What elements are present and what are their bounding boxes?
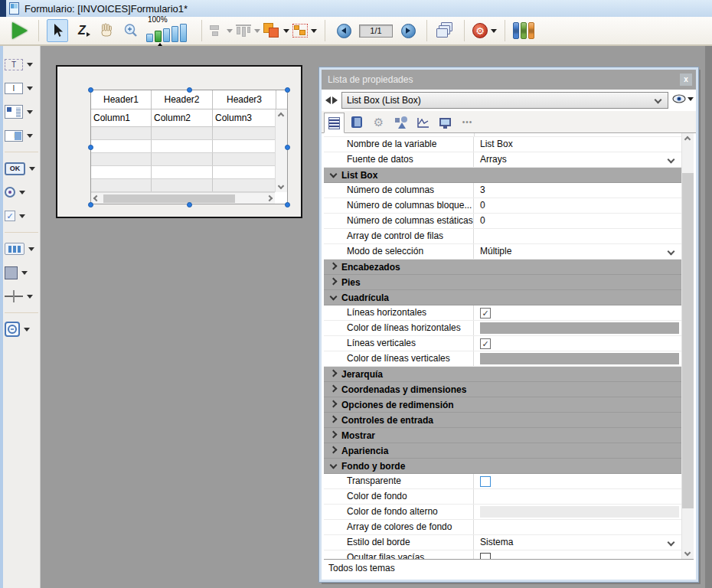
property-row-lineas-horizontales[interactable]: Líneas horizontales✓ <box>324 305 681 321</box>
selection-handle-sw[interactable] <box>88 202 93 207</box>
listbox-cell[interactable]: Column2 <box>152 109 213 126</box>
property-value[interactable]: 3 <box>474 183 681 198</box>
property-row-modo-de-seleccion[interactable]: Modo de selecciónMúltiple <box>324 244 681 260</box>
property-row-array-de-colores-de-fondo[interactable]: Array de colores de fondo <box>324 520 681 535</box>
property-row-color-de-lineas-horizontales[interactable]: Color de líneas horizontales <box>324 321 681 336</box>
property-value[interactable]: ✓ <box>474 305 681 320</box>
property-row-transparente[interactable]: Transparente <box>324 474 681 489</box>
property-row-numero-de-columnas[interactable]: Número de columnas3 <box>324 183 681 198</box>
property-value[interactable]: 0 <box>474 214 681 228</box>
property-value[interactable] <box>474 321 681 335</box>
combo-box-tool[interactable]: I <box>5 126 38 145</box>
chevron-down-icon[interactable] <box>668 248 675 256</box>
section-coordenadas-y-dimensiones[interactable]: Coordenadas y dimensiones <box>324 382 681 397</box>
explorer-books-button[interactable] <box>513 19 534 42</box>
property-row-array-de-control-de-filas[interactable]: Array de control de filas <box>324 229 681 244</box>
execute-form-button[interactable] <box>9 19 31 42</box>
color-swatch[interactable] <box>480 506 679 518</box>
previous-page-button[interactable] <box>333 19 354 42</box>
property-row-color-de-fondo-alterno[interactable]: Color de fondo alterno <box>324 505 681 520</box>
property-row-color-de-fondo[interactable]: Color de fondo <box>324 489 681 505</box>
property-value[interactable]: List Box <box>474 137 681 152</box>
form-canvas[interactable]: Header1Header2Header3 Column1Column2Colu… <box>56 65 302 218</box>
tab-display[interactable] <box>435 112 456 132</box>
static-text-tool[interactable]: T <box>5 55 38 74</box>
property-row-numero-de-columnas-estaticas[interactable]: Número de columnas estáticas0 <box>324 214 681 229</box>
property-value[interactable]: Múltiple <box>474 244 681 259</box>
scroll-right-icon[interactable] <box>266 195 273 201</box>
zoom-bar-3[interactable] <box>163 28 170 42</box>
checkbox[interactable] <box>480 476 491 487</box>
hand-tool-button[interactable] <box>96 19 117 42</box>
scroll-down-icon[interactable] <box>278 183 284 189</box>
button-tool[interactable]: OK <box>5 159 38 178</box>
property-value[interactable] <box>474 550 681 559</box>
scroll-up-icon[interactable] <box>278 113 284 119</box>
tab-objects[interactable] <box>390 112 411 132</box>
scroll-down-icon[interactable] <box>684 550 691 556</box>
listbox-vertical-scrollbar[interactable] <box>275 109 287 192</box>
next-object-icon[interactable] <box>332 96 338 104</box>
property-row-estilo-del-borde[interactable]: Estilo del bordeSistema <box>324 535 681 550</box>
listbox-cell[interactable]: Column3 <box>213 109 276 126</box>
scroll-up-icon[interactable] <box>684 136 691 142</box>
zoom-bar-1[interactable] <box>146 34 153 42</box>
selection-handle-ne[interactable] <box>285 87 290 93</box>
chevron-down-icon[interactable] <box>21 271 28 275</box>
plugin-area-tool[interactable] <box>5 320 38 338</box>
magnify-tool-button[interactable] <box>120 19 142 42</box>
tab-events-book[interactable] <box>346 112 367 132</box>
property-row-ocultar-filas-vacias[interactable]: Ocultar filas vacías <box>324 550 681 559</box>
property-row-lineas-verticales[interactable]: Líneas verticales✓ <box>324 336 681 351</box>
checkbox[interactable]: ✓ <box>480 308 491 318</box>
listbox-header-cell[interactable]: Header2 <box>152 90 213 109</box>
stop-actions-button[interactable]: ⚙ <box>472 19 497 42</box>
radio-button-tool[interactable] <box>5 183 38 201</box>
listbox-header-cell[interactable]: Header1 <box>91 90 152 109</box>
listbox-object[interactable]: Header1Header2Header3 Column1Column2Colu… <box>90 90 288 204</box>
property-row-numero-de-columnas-bloque[interactable]: Número de columnas bloque...0 <box>324 198 681 214</box>
section-pies[interactable]: Pies <box>324 275 681 290</box>
input-field-tool[interactable]: I <box>5 79 38 97</box>
chevron-down-icon[interactable] <box>27 87 33 90</box>
property-value[interactable] <box>474 351 681 366</box>
selection-handle-nw[interactable] <box>88 87 93 93</box>
property-value[interactable]: Sistema <box>474 535 681 550</box>
property-panel-titlebar[interactable]: Lista de propiedades x <box>322 70 696 90</box>
section-list-box[interactable]: List Box <box>324 168 681 183</box>
listbox-horizontal-scrollbar[interactable] <box>91 192 275 204</box>
section-apariencia[interactable]: Apariencia <box>324 443 681 459</box>
checkbox[interactable] <box>480 553 491 559</box>
listbox-header-row[interactable]: Header1Header2Header3 <box>91 90 287 109</box>
theme-filter-footer[interactable]: Todos los temas <box>324 559 694 577</box>
zoom-bar-5[interactable] <box>180 24 187 42</box>
chevron-down-icon[interactable] <box>668 156 675 164</box>
scrollbar-thumb[interactable] <box>682 173 694 508</box>
selection-handle-se[interactable] <box>285 202 290 207</box>
scrollbar-thumb[interactable] <box>103 194 235 203</box>
listbox-cell[interactable]: Column1 <box>91 109 152 126</box>
close-button[interactable]: x <box>680 74 692 86</box>
zoom-bars[interactable] <box>146 24 187 42</box>
list-box-tool[interactable] <box>5 240 38 258</box>
chevron-down-icon[interactable] <box>29 167 35 171</box>
property-value[interactable]: Arrays <box>474 152 681 167</box>
chevron-down-icon[interactable] <box>668 539 675 547</box>
selection-handle-w[interactable] <box>88 145 93 150</box>
property-value[interactable] <box>474 489 681 504</box>
object-selector-dropdown[interactable]: List Box (List Box) <box>341 92 668 109</box>
selection-handle-e[interactable] <box>285 145 290 150</box>
chevron-down-icon[interactable] <box>19 214 25 218</box>
property-row-color-de-lineas-verticales[interactable]: Color de líneas verticales <box>324 351 681 367</box>
rectangle-tool[interactable] <box>5 263 38 282</box>
property-value[interactable] <box>474 505 681 519</box>
property-grid-scrollbar[interactable] <box>681 133 694 559</box>
color-swatch[interactable] <box>480 353 679 364</box>
tab-property-list[interactable] <box>324 113 345 133</box>
section-opciones-de-redimension[interactable]: Opciones de redimensión <box>324 397 681 413</box>
style-group-button[interactable] <box>292 19 317 42</box>
chevron-down-icon[interactable] <box>27 134 33 138</box>
property-value[interactable] <box>474 229 681 243</box>
chevron-down-icon[interactable] <box>19 191 25 194</box>
section-controles-de-entrada[interactable]: Controles de entrada <box>324 413 681 428</box>
